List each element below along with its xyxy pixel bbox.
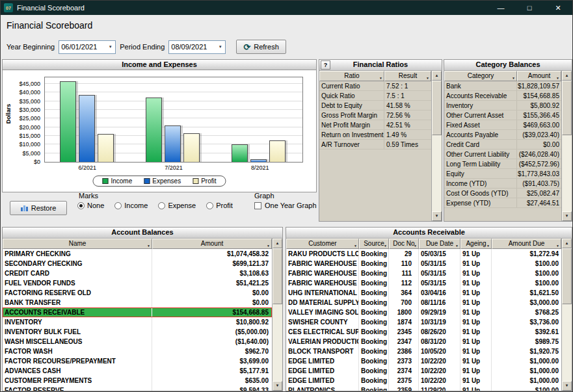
- column-header-amount[interactable]: Amount▼: [517, 71, 561, 81]
- table-row[interactable]: Accounts Receivable$154,668.85: [444, 91, 561, 101]
- scroll-thumb[interactable]: [432, 81, 442, 135]
- marks-radio-income[interactable]: Income: [114, 202, 148, 209]
- table-row[interactable]: BLOCK TRANSPORTBooking238610/05/2091 Up$…: [286, 346, 561, 356]
- marks-radio-none[interactable]: None: [77, 202, 104, 209]
- table-row[interactable]: A/R Turnover0.59 Times: [319, 140, 431, 150]
- table-row[interactable]: FACTOR WASH$962.70: [3, 346, 272, 356]
- period-ending-select[interactable]: 08/09/2021 ▼: [168, 40, 226, 54]
- table-row[interactable]: SECONDARY CHECKING$699,121.37: [3, 259, 272, 268]
- year-beginning-select[interactable]: 06/01/2021 ▼: [59, 40, 116, 54]
- radio-label: Profit: [216, 202, 233, 209]
- column-header-ageing[interactable]: Ageing▼: [460, 239, 492, 249]
- column-header-customer[interactable]: Customer▼: [286, 239, 359, 249]
- table-row[interactable]: CREDIT CARD$3,108.63: [3, 268, 272, 278]
- table-row[interactable]: Bank$1,828,109.57: [444, 81, 561, 91]
- column-header-amount[interactable]: Amount▼: [152, 239, 272, 249]
- scroll-track[interactable]: [562, 81, 572, 211]
- table-row[interactable]: Other Current Liability($246,028.40): [444, 150, 561, 159]
- table-row[interactable]: Debt to Equity41.58 %: [319, 101, 431, 111]
- cell: Accounts Payable: [444, 130, 517, 139]
- table-row[interactable]: EDGE LIMITEDBooking237310/22/2091 Up$1,0…: [286, 356, 561, 366]
- table-row[interactable]: FABRIC WAREHOUSEBooking11105/31/1591 Up$…: [286, 268, 561, 278]
- scroll-down-icon[interactable]: ▼: [562, 211, 572, 221]
- table-row[interactable]: VALERIAN PRODUCTIONBooking234708/31/2091…: [286, 337, 561, 346]
- column-header-doc-no[interactable]: Doc No▼: [389, 239, 419, 249]
- table-row[interactable]: ADVANCES CASH$5,177.91: [3, 366, 272, 376]
- table-row[interactable]: BANK TRANSFER$0.00: [3, 298, 272, 307]
- close-button[interactable]: ✕: [544, 1, 572, 15]
- restore-button[interactable]: Restore: [10, 201, 67, 215]
- column-header-category[interactable]: Category▼: [444, 71, 517, 81]
- table-row[interactable]: EDGE LIMITEDBooking237410/22/2091 Up$1,0…: [286, 366, 561, 376]
- table-row[interactable]: Expense (YTD)$27,464.51: [444, 198, 561, 208]
- table-row[interactable]: Return on Investment1.49 %: [319, 130, 431, 140]
- scroll-track[interactable]: [432, 81, 442, 211]
- refresh-button[interactable]: ⟳ Refresh: [236, 40, 286, 54]
- table-row[interactable]: CUSTOMER PREPAYMENTS$635.00: [3, 376, 272, 385]
- table-row[interactable]: Accounts Payable($39,023.40): [444, 130, 561, 140]
- scroll-track[interactable]: [273, 248, 282, 381]
- table-row[interactable]: Cost Of Goods (YTD)$25,082.47: [444, 189, 561, 198]
- scroll-down-icon[interactable]: ▼: [273, 381, 282, 391]
- table-row[interactable]: FUEL VENDOR FUNDS$51,421.25: [3, 278, 272, 288]
- table-row[interactable]: FACTORING RESERVE OLD$0.00: [3, 288, 272, 298]
- table-row[interactable]: Current Ratio7.52 : 1: [319, 81, 431, 91]
- category-scrollbar[interactable]: ▲ ▼: [561, 71, 572, 221]
- table-row[interactable]: Long Term Liability($452,572.96): [444, 159, 561, 169]
- minimize-button[interactable]: —: [486, 1, 515, 15]
- table-row[interactable]: RAKU PRODUCTS LLCBooking2905/03/1591 Up$…: [286, 249, 561, 259]
- table-row[interactable]: Inventory$5,800.92: [444, 101, 561, 111]
- scroll-up-icon[interactable]: ▲: [273, 239, 282, 248]
- table-row[interactable]: FABRIC WAREHOUSEBooking11205/31/1591 Up$…: [286, 278, 561, 288]
- table-row[interactable]: DD MATERIAL SUPPLYBooking70008/11/1691 U…: [286, 298, 561, 307]
- ratios-scrollbar[interactable]: ▲ ▼: [431, 71, 442, 221]
- column-header-source[interactable]: Source▼: [359, 239, 389, 249]
- scroll-up-icon[interactable]: ▲: [562, 71, 572, 81]
- table-row[interactable]: Other Current Asset$155,366.45: [444, 111, 561, 120]
- scroll-up-icon[interactable]: ▲: [432, 71, 442, 81]
- table-row[interactable]: Income (YTD)($91,403.75): [444, 179, 561, 189]
- table-row[interactable]: FABRIC WAREHOUSEBooking11005/31/1591 Up$…: [286, 259, 561, 268]
- table-row[interactable]: UHG INTERNATIONALBooking36403/04/1691 Up…: [286, 288, 561, 298]
- table-row[interactable]: WASH MISCELLANEOUS($1,640.00): [3, 337, 272, 346]
- column-header-result[interactable]: Result▼: [384, 71, 431, 81]
- scroll-thumb[interactable]: [273, 248, 282, 304]
- table-row[interactable]: Net Profit Margin42.51 %: [319, 120, 431, 130]
- table-row[interactable]: FACTOR RECOURSE/PREPAYMENT$3,699.00: [3, 356, 272, 366]
- column-header-name[interactable]: Name▼: [3, 239, 152, 249]
- column-header-amount-due[interactable]: Amount Due▼: [492, 239, 561, 249]
- table-row[interactable]: PLANTRONICSBooking235911/29/2091 Up$100.…: [286, 385, 561, 391]
- table-row[interactable]: Quick Ratio7.5 : 1: [319, 91, 431, 101]
- maximize-button[interactable]: □: [515, 1, 544, 15]
- scroll-track[interactable]: [562, 248, 572, 381]
- table-row[interactable]: INVENTORY$10,800.92: [3, 317, 272, 327]
- account-balances-scrollbar[interactable]: ▲ ▼: [272, 239, 282, 391]
- table-row[interactable]: Gross Profit Margin72.56 %: [319, 111, 431, 120]
- accounts-receivable-scrollbar[interactable]: ▲ ▼: [561, 239, 572, 391]
- table-row[interactable]: INVENTORY BULK FUEL($5,000.00): [3, 327, 272, 337]
- table-row[interactable]: VALLEY IMAGING SOLUTBooking180009/29/199…: [286, 307, 561, 317]
- scroll-down-icon[interactable]: ▼: [562, 381, 572, 391]
- one-year-graph-checkbox[interactable]: One Year Graph: [254, 202, 317, 209]
- table-row-highlighted[interactable]: ACCOUNTS RECEIVABLE$154,668.85: [3, 307, 272, 317]
- table-row[interactable]: PRIMARY CHECKING$1,074,458.32: [3, 249, 272, 259]
- table-row[interactable]: EDGE LIMITEDBooking237510/22/2091 Up$1,0…: [286, 376, 561, 385]
- table-row[interactable]: CES ELECTRICAL SUPPLIBooking234508/26/20…: [286, 327, 561, 337]
- scroll-up-icon[interactable]: ▲: [562, 239, 572, 248]
- cell: Expense (YTD): [444, 198, 517, 207]
- table-row[interactable]: Credit Card$0.00: [444, 140, 561, 150]
- table-row[interactable]: Equity$1,773,843.03: [444, 169, 561, 179]
- column-header-due-date[interactable]: Due Date▼: [419, 239, 460, 249]
- marks-radio-expense[interactable]: Expense: [158, 202, 196, 209]
- scroll-down-icon[interactable]: ▼: [432, 211, 442, 221]
- table-row[interactable]: FACTOR RESERVE$9,594.33: [3, 385, 272, 391]
- help-button[interactable]: ?: [321, 60, 330, 70]
- scroll-thumb[interactable]: [562, 81, 572, 135]
- table-row[interactable]: Fixed Asset$469,663.00: [444, 120, 561, 130]
- cell: $1,000.00: [492, 366, 561, 376]
- table-row[interactable]: SWISHER COUNTYBooking187410/31/1991 Up$3…: [286, 317, 561, 327]
- column-header-ratio[interactable]: Ratio▼: [319, 71, 384, 81]
- scroll-thumb[interactable]: [562, 248, 572, 304]
- cell: INVENTORY BULK FUEL: [3, 327, 152, 337]
- marks-radio-profit[interactable]: Profit: [206, 202, 233, 209]
